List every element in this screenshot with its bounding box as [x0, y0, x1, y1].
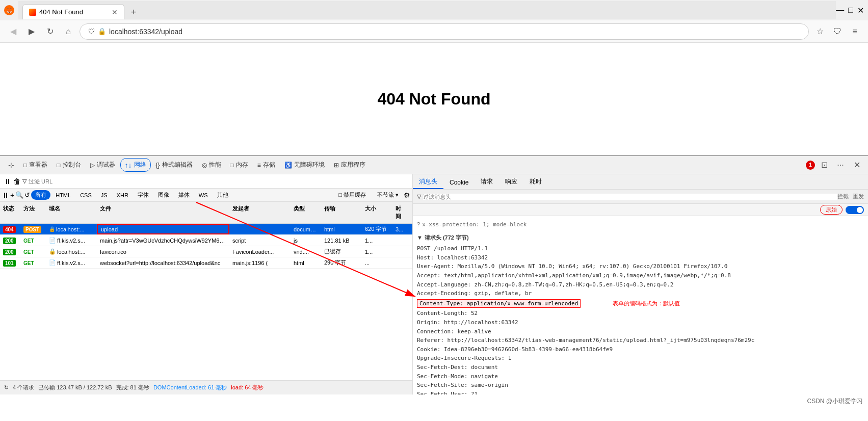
active-tab[interactable]: 404 Not Found ✕ — [22, 4, 124, 19]
throttle-btn[interactable]: 不节流 ▾ — [373, 190, 403, 200]
collapse-arrow[interactable]: ▼ — [417, 233, 423, 243]
detail-right-controls: 拦截 重发 — [837, 193, 864, 200]
network-tool[interactable]: ↑↓ 网络 — [120, 158, 151, 172]
search-icon[interactable]: 🔍 — [15, 191, 23, 199]
filter-all[interactable]: 所有 — [31, 190, 50, 200]
memory-label: 内存 — [236, 161, 248, 169]
app-tool[interactable]: ⊞ 应用程序 — [330, 159, 370, 171]
row4-file: websocket?url=http://localhost:63342/upl… — [97, 259, 229, 267]
filter-font[interactable]: 字体 — [134, 190, 153, 200]
tab-close-button[interactable]: ✕ — [112, 8, 118, 16]
console-tool[interactable]: □ 控制台 — [52, 159, 85, 171]
resend-label: 重发 — [853, 193, 864, 200]
console-icon: □ — [57, 162, 60, 169]
page-title: 404 Not Found — [377, 90, 490, 109]
raw-toggle-badge[interactable]: 原始 — [820, 205, 843, 215]
filter-js[interactable]: JS — [97, 191, 112, 199]
row3-method: GET — [20, 248, 46, 256]
bookmark-button[interactable]: ☆ — [813, 24, 827, 39]
content-type-annotation: 表单的编码格式为：默认值 — [613, 300, 680, 306]
url-bar[interactable]: 🛡 🔒 localhost:63342/upload — [80, 23, 809, 40]
header-time: 时间 — [392, 204, 408, 221]
shield-button[interactable]: 🛡 — [830, 24, 845, 39]
row4-time — [392, 262, 408, 264]
status-200-badge2: 200 — [3, 249, 16, 255]
tab-cookie[interactable]: Cookie — [443, 177, 475, 189]
tab-request[interactable]: 请求 — [475, 175, 499, 189]
record-button[interactable]: ⏸ — [4, 177, 11, 186]
tab-response[interactable]: 响应 — [499, 175, 523, 189]
disable-cache-btn[interactable]: □ 禁用缓存 — [334, 190, 370, 200]
memory-tool[interactable]: □ 内存 — [226, 159, 252, 171]
error-count-badge[interactable]: 1 — [806, 161, 815, 170]
filter-media[interactable]: 媒体 — [174, 190, 194, 200]
method-get-badge: GET — [23, 238, 34, 244]
requests-count: 4 个请求 — [13, 384, 34, 391]
home-button[interactable]: ⌂ — [61, 24, 75, 39]
devtools-close-btn[interactable]: ✕ — [850, 158, 864, 172]
load-time[interactable]: load: 64 毫秒 — [231, 384, 264, 391]
storage-tool[interactable]: ≡ 存储 — [253, 159, 279, 171]
performance-tool[interactable]: ◎ 性能 — [198, 159, 225, 171]
row3-initiator: FaviconLoader... — [229, 248, 291, 256]
maximize-button[interactable]: □ — [848, 6, 853, 15]
status-101-badge: 101 — [3, 260, 16, 267]
header-size: 大小 — [362, 204, 392, 221]
tab-message-headers[interactable]: 消息头 — [413, 175, 443, 189]
raw-toggle-switch[interactable] — [846, 206, 864, 214]
minimize-button[interactable]: — — [836, 6, 844, 15]
row2-method: GET — [20, 236, 46, 245]
storage-label: 存储 — [263, 161, 275, 169]
filter-html[interactable]: HTML — [51, 191, 75, 199]
row2-file: main.js?attr=V3wGUcVdzhcCHQdywsiW92YM6H> — [97, 236, 229, 245]
menu-button[interactable]: ≡ — [848, 24, 862, 39]
table-row[interactable]: 404 POST 🔒 localhost:... upload document… — [0, 224, 412, 235]
lock-icon-row3: 🔒 — [49, 248, 56, 255]
filter-image[interactable]: 图像 — [154, 190, 173, 200]
settings-icon[interactable]: ⚙ — [404, 191, 410, 199]
clear-button[interactable]: 🗑 — [13, 177, 20, 186]
forward-button[interactable]: ▶ — [24, 24, 39, 39]
performance-label: 性能 — [209, 161, 221, 169]
table-row[interactable]: 200 GET 🔒 localhost:... favicon.ico Favi… — [0, 246, 412, 257]
back-button[interactable]: ◀ — [6, 24, 20, 39]
refresh-icon[interactable]: ↺ — [24, 191, 30, 199]
devtools-more-btn[interactable]: ··· — [833, 158, 848, 172]
header-method: 方法 — [20, 204, 46, 221]
devtools-toolbar: ⊹ □ 查看器 □ 控制台 ▷ 调试器 ↑↓ 网络 {} 样式编辑器 ◎ 性能 … — [0, 156, 868, 174]
request-headers-header: ▼ 请求头 (772 字节) — [417, 233, 864, 243]
filter-xhr[interactable]: XHR — [113, 191, 133, 199]
devtools-responsive-btn[interactable]: ⊡ — [817, 158, 831, 172]
tab-favicon — [29, 9, 36, 16]
close-button[interactable]: ✕ — [857, 6, 864, 15]
page-icon-row2: 📄 — [49, 237, 56, 244]
add-icon[interactable]: + — [10, 191, 14, 199]
accessibility-label: 无障碍环境 — [294, 161, 325, 169]
tab-bar: 404 Not Found ✕ + — [18, 1, 836, 19]
detail-filter-input[interactable] — [423, 194, 837, 200]
table-row[interactable]: 200 GET 📄 ff.kis.v2.s... main.js?attr=V3… — [0, 235, 412, 246]
header-initiator: 发起者 — [229, 204, 291, 221]
request-headers-label: 请求头 (772 字节) — [425, 233, 469, 243]
reload-button[interactable]: ↻ — [43, 24, 57, 39]
type-filter-bar: ⏸ + 🔍 ↺ 所有 HTML CSS JS XHR 字体 图像 媒体 WS 其… — [0, 189, 412, 202]
inspector-tool[interactable]: □ 查看器 — [19, 159, 51, 171]
table-row[interactable]: 101 GET 📄 ff.kis.v2.s... websocket?url=h… — [0, 257, 412, 269]
filter-ws[interactable]: WS — [195, 191, 212, 199]
debugger-label: 调试器 — [97, 161, 115, 169]
tab-timing[interactable]: 耗时 — [523, 175, 548, 189]
devtools-panel: ⊹ □ 查看器 □ 控制台 ▷ 调试器 ↑↓ 网络 {} 样式编辑器 ◎ 性能 … — [0, 155, 868, 394]
tab-title: 404 Not Found — [39, 8, 108, 16]
filter-input[interactable] — [29, 178, 408, 185]
url-text[interactable]: localhost:63342/upload — [109, 28, 800, 36]
filter-other[interactable]: 其他 — [213, 190, 232, 200]
dom-loaded-time[interactable]: DOMContentLoaded: 61 毫秒 — [153, 384, 227, 391]
new-tab-button[interactable]: + — [126, 5, 141, 19]
accessibility-tool[interactable]: ♿ 无障碍环境 — [280, 159, 329, 171]
row1-size: 620 字节 — [362, 224, 392, 234]
devtools-cursor-tool[interactable]: ⊹ — [4, 158, 18, 172]
debugger-tool[interactable]: ▷ 调试器 — [86, 159, 119, 171]
status-404-badge: 404 — [3, 226, 16, 233]
style-editor-tool[interactable]: {} 样式编辑器 — [152, 159, 197, 171]
filter-css[interactable]: CSS — [76, 191, 96, 199]
